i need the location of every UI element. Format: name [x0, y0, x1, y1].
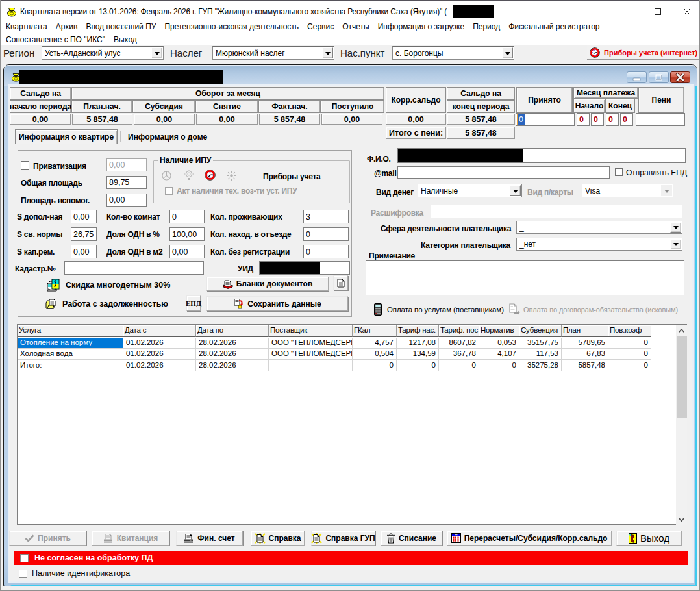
grid-cell[interactable]: ООО "ТЕПЛОМЕДСЕРВИС": [269, 349, 353, 360]
category-combo[interactable]: _нет: [516, 238, 682, 251]
residents-input[interactable]: 3: [303, 210, 349, 223]
maximize-button[interactable]: [651, 5, 664, 18]
sphere-combo[interactable]: _: [516, 221, 682, 234]
grid-cell[interactable]: 35157,75: [519, 338, 562, 349]
settlement-combo[interactable]: с. Борогонцы: [392, 46, 514, 60]
grid-cell[interactable]: 4,757: [353, 338, 397, 349]
grid-cell[interactable]: 28.02.2026: [196, 349, 269, 360]
grid-column-header[interactable]: План: [562, 325, 608, 337]
fin-button[interactable]: Фин. счет: [176, 531, 243, 546]
cadastre-input[interactable]: [64, 261, 204, 275]
grid-cell[interactable]: ООО "ТЕПЛОМЕДСЕРВИС": [269, 338, 353, 349]
grid-cell[interactable]: 0: [608, 338, 651, 349]
month-end-input-1[interactable]: 0: [606, 113, 619, 126]
chevron-down-icon[interactable]: [670, 222, 681, 233]
grid-column-header[interactable]: Поставщик: [269, 325, 353, 337]
grid-cell[interactable]: 01.02.2026: [123, 360, 196, 371]
receipt-button[interactable]: Квитанция: [92, 531, 169, 546]
grid-cell[interactable]: 1217,08: [397, 338, 439, 349]
chevron-down-icon[interactable]: [670, 239, 681, 249]
privatization-input[interactable]: 0,00: [106, 158, 147, 171]
menu-item-0[interactable]: Квартплата: [2, 20, 52, 33]
grid-cell[interactable]: 0: [608, 360, 651, 371]
grid-cell[interactable]: 0: [397, 360, 439, 371]
grid-cell[interactable]: 28.02.2026: [196, 360, 269, 371]
fio-input[interactable]: [397, 148, 686, 163]
noreg-input[interactable]: 0: [303, 245, 349, 258]
away-input[interactable]: 0: [303, 227, 349, 241]
discount-link[interactable]: Скидка многодетным 30%: [46, 278, 170, 292]
grid-cell[interactable]: 5789,65: [562, 338, 608, 349]
menu-item-1[interactable]: Архив: [51, 20, 82, 33]
chevron-down-icon[interactable]: [502, 47, 513, 58]
grid-cell[interactable]: [269, 360, 353, 371]
act-checkbox[interactable]: [165, 187, 173, 195]
menu-item-3[interactable]: Претензионно-исковая деятельность: [160, 20, 303, 33]
grid-column-header[interactable]: Тариф. пост: [439, 325, 479, 337]
privatization-checkbox[interactable]: [21, 161, 29, 170]
grid-cell[interactable]: 117,53: [519, 349, 562, 360]
menu-item-5[interactable]: Отчеты: [338, 20, 373, 33]
menu-item-7[interactable]: Период: [469, 20, 505, 33]
grid-cell[interactable]: 35275,28: [519, 360, 562, 371]
grid-cell[interactable]: 367,78: [439, 349, 479, 360]
grid-column-header[interactable]: Пов.коэф: [608, 325, 651, 337]
spisanie-button[interactable]: Списание: [381, 531, 442, 546]
peni-input[interactable]: [636, 113, 685, 126]
grid-column-header[interactable]: ГКал: [353, 325, 397, 337]
accept-button[interactable]: Принять: [9, 531, 86, 546]
spravka_gup-button[interactable]: Справка ГУП: [311, 531, 375, 546]
page-button[interactable]: [333, 275, 348, 290]
chevron-down-icon[interactable]: [151, 47, 162, 58]
grid-column-header[interactable]: Тариф нас.: [397, 325, 439, 337]
grid-cell[interactable]: 0: [353, 360, 397, 371]
refuse-consent-checkbox[interactable]: [20, 554, 29, 562]
grid-cell[interactable]: 4,107: [479, 349, 519, 360]
menu-item-2[interactable]: Ввод показаний ПУ: [82, 20, 160, 33]
epd-button[interactable]: ЕПД: [186, 296, 201, 311]
rooms-input[interactable]: 0: [169, 210, 205, 223]
grid-cell[interactable]: 0,504: [353, 349, 397, 360]
odn-pct-input[interactable]: 100,00: [169, 227, 205, 241]
minimize-button[interactable]: [622, 5, 635, 18]
month-begin-input-1[interactable]: 0: [577, 113, 590, 126]
debt-link[interactable]: Работа с задолженностью: [45, 297, 168, 310]
chevron-down-icon[interactable]: [510, 185, 521, 196]
meters-internet-button[interactable]: Приборы учета (интернет): [587, 45, 699, 60]
grid-cell[interactable]: 0: [608, 349, 651, 360]
grid-column-header[interactable]: Норматив: [479, 325, 519, 337]
grid-cell[interactable]: 01.02.2026: [123, 338, 196, 349]
menu-item-6[interactable]: Информация о загрузке: [373, 20, 468, 33]
grid-cell[interactable]: 134,59: [397, 349, 439, 360]
odn-m2-input[interactable]: 0,00: [169, 245, 205, 258]
account-close-button[interactable]: [670, 71, 690, 83]
aux-area-input[interactable]: 0,00: [106, 194, 147, 207]
pereraschety-button[interactable]: Перерасчеты/Субсидия/Корр.сальдо: [447, 531, 612, 546]
grid-column-header[interactable]: Услуга: [18, 325, 123, 337]
grid-column-header[interactable]: Дата по: [196, 325, 269, 337]
menu-item-8[interactable]: Фискальный регистратор: [505, 20, 604, 33]
email-input[interactable]: [397, 166, 610, 179]
send-epd-checkbox[interactable]: [615, 168, 623, 176]
exit-button[interactable]: Выход: [616, 531, 682, 546]
grid-cell[interactable]: 5857,48: [562, 360, 608, 371]
s-kap-input[interactable]: 0,00: [71, 245, 97, 258]
tab-house-info[interactable]: Информация о доме: [123, 130, 227, 144]
grid-cell[interactable]: 0: [479, 360, 519, 371]
menu-item-4[interactable]: Сервис: [303, 20, 338, 33]
month-begin-input-2[interactable]: 0: [591, 113, 604, 126]
grid-cell[interactable]: Итого:: [18, 360, 123, 371]
grid-cell[interactable]: Отопление на норму: [18, 338, 123, 349]
identifier-checkbox[interactable]: [19, 570, 27, 578]
grid-cell[interactable]: 0,053: [479, 338, 519, 349]
region-combo[interactable]: Усть-Алданский улус: [42, 46, 164, 60]
grid-cell[interactable]: Холодная вода: [18, 349, 123, 360]
s-dop-input[interactable]: 0,00: [71, 210, 97, 223]
blank-docs-button[interactable]: Бланки документов: [206, 277, 329, 291]
grid-vertical-scrollbar[interactable]: [676, 325, 687, 525]
money-type-combo[interactable]: Наличные: [418, 184, 522, 197]
spravka-button[interactable]: Справка: [251, 531, 305, 546]
save-button[interactable]: Сохранить данные: [206, 296, 348, 311]
account-minimize-button[interactable]: [627, 71, 647, 83]
account-restore-button[interactable]: [649, 71, 669, 83]
